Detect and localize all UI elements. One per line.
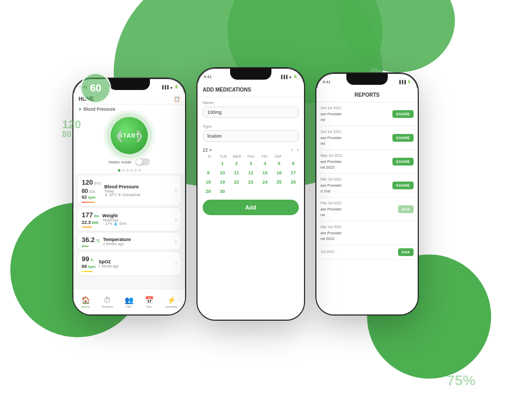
cal-arrows: ‹ › xyxy=(291,147,299,153)
cal-grid: 1 2 3 4 5 8 9 10 11 12 15 16 17 18 19 22 xyxy=(202,159,300,196)
cal-day-1[interactable]: 1 xyxy=(216,159,229,168)
weight-yesterday: Yesterday xyxy=(102,218,175,222)
cal-day-19[interactable]: 19 xyxy=(216,178,229,186)
spo2-bpm-unit: bpm xyxy=(88,264,96,269)
spo2-bpm: 68 xyxy=(82,264,87,270)
nav-home[interactable]: 🏠 Home xyxy=(81,296,90,308)
cal-day-17[interactable]: 17 xyxy=(287,169,300,177)
cal-day-22[interactable]: 22 xyxy=(230,178,243,186)
add-medication-button[interactable]: Add xyxy=(203,200,299,215)
bp-label-row: ● Blood Pressure xyxy=(73,104,185,114)
weight-chevron[interactable]: › xyxy=(175,217,177,222)
report-provider-1: are Provider xyxy=(321,111,342,117)
cal-day-24[interactable]: 24 xyxy=(258,178,271,186)
bp-diastolic: 80 xyxy=(82,187,88,194)
wing-left-icon: ❮ xyxy=(115,129,124,142)
nav-timeline-icon: ⏱ xyxy=(103,296,111,304)
share-button-4[interactable]: SHARE xyxy=(392,182,414,189)
nav-activities[interactable]: ⚡ Activities xyxy=(165,296,177,308)
cal-day-5[interactable]: 5 xyxy=(272,159,285,168)
cal-day-29[interactable]: 29 xyxy=(202,187,215,196)
cal-day-26[interactable]: 26 xyxy=(287,178,300,186)
weight-card-left: 177 lbs 22.3 BMI xyxy=(82,211,99,228)
med-name-label: Name xyxy=(203,100,299,105)
cal-next[interactable]: › xyxy=(297,147,299,153)
nav-activities-icon: ⚡ xyxy=(167,296,176,304)
cal-day-10[interactable]: 10 xyxy=(216,169,229,177)
med-title: ADD MEDICATIONS xyxy=(203,87,251,93)
start-btn-container: ❮ START ❯ xyxy=(73,114,185,156)
temp-card[interactable]: 36.2 °C Temperature 2 Weeks ago › xyxy=(78,233,181,250)
phone-home: 9:41 ▐▐▐▲🔋 HOME 📋 ● Blood Pressure ❮ STA… xyxy=(72,78,186,316)
spo2-chevron[interactable]: › xyxy=(175,261,177,266)
cal-day-3[interactable]: 3 xyxy=(244,159,257,168)
bp-values: 120 SYS 80 DIA 62 bpm xyxy=(82,178,101,203)
cal-nav: 22 > ‹ › xyxy=(197,145,304,155)
phone-notch-1 xyxy=(109,79,150,90)
deco-120-80: 120 80 xyxy=(62,119,81,139)
share-button-3[interactable]: SHARE xyxy=(392,158,414,166)
share-button-2[interactable]: SHARE xyxy=(392,134,414,142)
cal-day-23[interactable]: 23 xyxy=(244,178,257,186)
bp-label: Blood Pressure xyxy=(83,107,115,112)
status-icons-2: ▐▐▐▲🔋 xyxy=(280,74,298,79)
phone-notch-2 xyxy=(230,68,271,80)
nav-ff-label: F&F xyxy=(126,305,132,308)
report-detail-1: nd xyxy=(321,117,342,123)
bp-bpm: 62 xyxy=(82,194,87,201)
cal-day-18[interactable]: 18 xyxy=(202,178,215,186)
dot-4 xyxy=(130,169,133,172)
cal-day-11[interactable]: 11 xyxy=(230,169,243,177)
report-info-7: 1st 2022 xyxy=(321,249,334,255)
report-item-3: May 1st 2022 are Provider nd 2022 SHARE xyxy=(316,150,418,174)
cal-day-8[interactable]: 8 xyxy=(287,159,300,168)
cal-day-2[interactable]: 2 xyxy=(230,159,243,168)
share-button-7[interactable]: SHA xyxy=(398,248,414,256)
phone-reports: 9:41 ▐▐▐🔋 REPORTS Jun 1st 2022 are Provi… xyxy=(315,72,419,316)
report-date-6: Mar 1st 2022 xyxy=(321,224,342,230)
bp-chevron[interactable]: › xyxy=(175,188,177,193)
bp-bpm-unit: bpm xyxy=(88,195,96,200)
temp-val: 36.2 xyxy=(82,236,95,245)
temp-unit: °C xyxy=(96,238,100,243)
report-date-3: May 1st 2022 xyxy=(321,153,342,159)
report-info-3: May 1st 2022 are Provider nd 2022 xyxy=(321,153,342,170)
cal-day-12[interactable]: 12 xyxy=(244,169,257,177)
nav-plan-icon: 📅 xyxy=(145,296,154,304)
weight-bmi: 22.3 xyxy=(82,220,91,226)
med-type-input[interactable] xyxy=(203,130,299,142)
report-item-2: Jun 1st 2022 are Provider nd SHARE xyxy=(316,126,418,150)
nav-ff[interactable]: 👥 F&F xyxy=(125,296,133,308)
report-info-5: Feb 1st 2022 are Provider nd xyxy=(321,201,342,218)
nav-timeline[interactable]: ⏱ Timeline xyxy=(101,296,113,308)
status-icons-1: ▐▐▐▲🔋 xyxy=(161,85,179,89)
cal-day-25[interactable]: 25 xyxy=(272,178,285,186)
weight-lbs: 177 xyxy=(82,211,93,220)
share-button-1[interactable]: SHARE xyxy=(392,110,414,118)
cal-day-16[interactable]: 16 xyxy=(272,169,285,177)
temp-chevron[interactable]: › xyxy=(175,238,177,244)
health-cards: 120 SYS 80 DIA 62 bpm xyxy=(73,173,185,277)
reports-header: REPORTS xyxy=(316,88,418,102)
temp-sub: 2 Weeks ago xyxy=(103,242,175,246)
cal-prev[interactable]: ‹ xyxy=(291,147,293,153)
nav-plan-label: Plan xyxy=(146,305,153,308)
deco-percent-badge: 75% xyxy=(447,372,476,389)
med-name-input[interactable] xyxy=(203,107,299,118)
weight-card[interactable]: 177 lbs 22.3 BMI Weight Yesterday xyxy=(78,208,181,231)
cal-day-4[interactable]: 4 xyxy=(258,159,271,168)
dots-indicator xyxy=(73,168,185,173)
weight-progress xyxy=(82,227,92,228)
cal-day-9[interactable]: 9 xyxy=(202,169,215,177)
visitor-mode-toggle[interactable] xyxy=(135,158,150,166)
cal-day-30[interactable]: 30 xyxy=(216,187,229,196)
spo2-card[interactable]: 99 % 68 bpm SpO2 1 Month ago xyxy=(78,252,181,275)
med-type-label: Type xyxy=(203,124,299,129)
report-provider-6: are Provider xyxy=(321,230,342,236)
nav-plan[interactable]: 📅 Plan xyxy=(145,296,154,308)
spo2-card-title: SpO2 xyxy=(99,259,175,264)
bp-card[interactable]: 120 SYS 80 DIA 62 bpm xyxy=(78,175,181,206)
share-button-5[interactable]: SHA xyxy=(398,205,414,213)
cal-empty xyxy=(202,159,215,168)
cal-day-15[interactable]: 15 xyxy=(258,169,271,177)
